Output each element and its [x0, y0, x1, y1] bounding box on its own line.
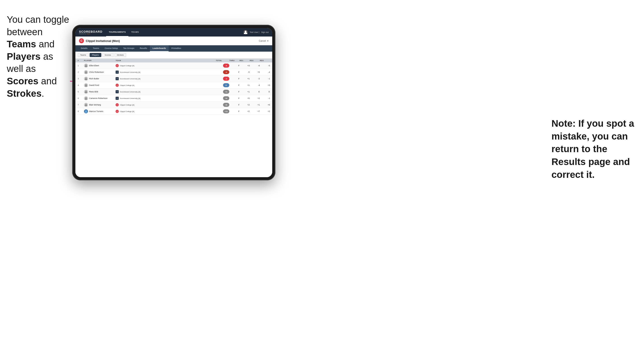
clippd-logo: C [79, 38, 84, 43]
subtab-scores[interactable]: Scores [102, 53, 114, 57]
player-5: Rees Britt [84, 90, 116, 94]
tablet-screen: SCOREBOARD Powered by clippd TOURNAMENTS… [76, 28, 272, 177]
table-row: 2 Chris Robertson S Scoreboard Universit… [76, 69, 272, 75]
team-logo-3: S [116, 77, 119, 80]
team-1: C Clippd College [A] [116, 64, 156, 67]
avatar-8 [84, 109, 88, 113]
thru-7: F [229, 104, 240, 106]
tab-printables[interactable]: Printables [168, 45, 184, 52]
col-team: TEAM [116, 59, 156, 62]
rd3-8: +2 [260, 110, 270, 113]
tab-details[interactable]: Details [78, 45, 90, 52]
user-avatar [243, 30, 248, 34]
col-player: PLAYER [84, 59, 116, 62]
table-row: 6 Cameron Robertson S Scoreboard Univers… [76, 95, 272, 102]
thru-1: F [229, 64, 240, 67]
player-1: Elliot Ebert [84, 64, 116, 68]
team-5: S Scoreboard University [A] [116, 90, 156, 93]
team-2: S Scoreboard University [A] [116, 71, 156, 74]
rd2-4: -4 [250, 84, 260, 86]
total-1: -8 [216, 64, 229, 68]
avatar-2 [84, 70, 88, 74]
nav-tournaments[interactable]: TOURNAMENTS [106, 28, 128, 36]
total-4: E [216, 83, 229, 87]
tab-leaderboards[interactable]: Leaderboards [150, 45, 169, 52]
subtab-players[interactable]: Players [90, 53, 101, 57]
nav-sign-out[interactable]: Sign out [261, 31, 268, 33]
rank-5: 5 [78, 91, 84, 93]
table-row: 3 Rich Butler S Scoreboard University [A… [76, 75, 272, 82]
svg-point-6 [85, 91, 87, 92]
team-logo-5: S [116, 90, 119, 93]
team-6: S Scoreboard University [A] [116, 97, 156, 100]
svg-point-9 [85, 110, 87, 112]
left-annotation: You can toggle between Teams and Players… [7, 13, 70, 100]
total-7: +8 [216, 103, 229, 107]
team-logo-8: C [116, 110, 119, 113]
col-rd1: RD1 [240, 59, 250, 62]
table-row: 7 Blair McHarg C Clippd College [A] +8 F… [76, 102, 272, 108]
nav-teams[interactable]: TEAMS [128, 28, 142, 36]
rd3-5: E [260, 91, 270, 93]
tournament-name: Clippd Invitational (Men) [86, 39, 120, 43]
svg-point-3 [85, 71, 87, 72]
rank-1: 1 [78, 64, 84, 67]
team-logo-7: C [116, 103, 119, 106]
tab-tee-groups[interactable]: Tee Groups [120, 45, 137, 52]
team-logo-4: C [116, 84, 119, 87]
leaderboard-table: # PLAYER TEAM TOTAL THRU RD1 RD2 RD3 1 E… [76, 59, 272, 177]
tab-teams[interactable]: Teams [90, 45, 102, 52]
rd1-2: -5 [240, 71, 250, 73]
total-6: +6 [216, 96, 229, 100]
rank-3: 3 [78, 78, 84, 80]
tab-course-setup[interactable]: Course Setup [102, 45, 120, 52]
thru-4: F [229, 84, 240, 86]
rd2-5: E [250, 91, 260, 93]
table-row: 1 Elliot Ebert C Clippd College [A] -8 F… [76, 62, 272, 69]
total-2: -4 [216, 70, 229, 74]
team-logo-2: S [116, 71, 119, 74]
svg-point-7 [85, 97, 87, 99]
col-rd3: RD3 [260, 59, 270, 62]
svg-point-8 [85, 104, 87, 105]
rd1-1: +3 [240, 64, 250, 67]
rd1-5: +1 [240, 91, 250, 93]
rd1-6: +5 [240, 97, 250, 99]
tablet-frame: SCOREBOARD Powered by clippd TOURNAMENTS… [72, 25, 276, 180]
close-icon: ✕ [267, 40, 268, 42]
thru-8: F [229, 110, 240, 113]
rd2-7: +1 [250, 104, 260, 106]
rd2-8: +7 [250, 110, 260, 113]
thru-2: F [229, 71, 240, 73]
right-annotation: Note: If you spot a mistake, you can ret… [552, 117, 637, 181]
avatar-1 [84, 64, 88, 68]
player-4: David Ford [84, 83, 116, 87]
thru-3: F [229, 78, 240, 80]
rd3-7: +6 [260, 104, 270, 106]
tab-results[interactable]: Results [137, 45, 150, 52]
rank-4: 4 [78, 84, 84, 86]
col-thru: THRU [229, 59, 240, 62]
rd3-3: -1 [260, 78, 270, 80]
col-total: TOTAL [216, 59, 229, 62]
logo-brand: clippd [86, 33, 90, 34]
logo-title: SCOREBOARD [79, 30, 102, 33]
player-6: Cameron Robertson [84, 96, 116, 100]
rank-2: 2 [78, 71, 84, 73]
rank-7: 7 [78, 104, 84, 106]
thru-5: F [229, 91, 240, 93]
subtab-teams[interactable]: Teams [78, 53, 89, 57]
sub-tabs: Teams Players Scores Strokes [76, 52, 272, 59]
rd3-6: -1 [260, 97, 270, 99]
thru-6: F [229, 97, 240, 99]
player-8: Marcus Turners [84, 109, 116, 113]
tournament-header: C Clippd Invitational (Men) Cancel ✕ [76, 36, 272, 45]
team-3: S Scoreboard University [A] [116, 77, 156, 80]
rd2-6: +2 [250, 97, 260, 99]
cancel-button[interactable]: Cancel ✕ [259, 40, 268, 42]
rd3-4: +3 [260, 84, 270, 86]
svg-point-5 [85, 84, 87, 85]
subtab-strokes[interactable]: Strokes [114, 53, 126, 57]
table-row: 5 Rees Britt S Scoreboard University [A]… [76, 89, 272, 95]
rd2-2: +5 [250, 71, 260, 73]
